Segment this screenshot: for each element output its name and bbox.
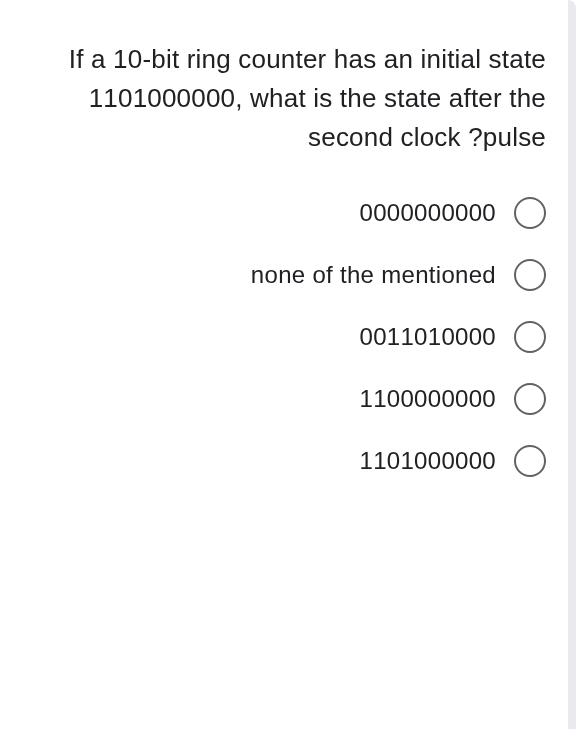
option-label: 0011010000 <box>360 323 496 351</box>
option-row-4[interactable]: 1101000000 <box>10 445 546 477</box>
option-label: 0000000000 <box>360 199 496 227</box>
option-row-2[interactable]: 0011010000 <box>10 321 546 353</box>
option-label: none of the mentioned <box>251 261 496 289</box>
option-row-3[interactable]: 1100000000 <box>10 383 546 415</box>
option-label: 1100000000 <box>360 385 496 413</box>
question-text: If a 10-bit ring counter has an initial … <box>10 40 556 157</box>
option-row-0[interactable]: 0000000000 <box>10 197 546 229</box>
options-container: 0000000000 none of the mentioned 0011010… <box>10 197 556 477</box>
option-row-1[interactable]: none of the mentioned <box>10 259 546 291</box>
radio-icon[interactable] <box>514 197 546 229</box>
radio-icon[interactable] <box>514 383 546 415</box>
card-edge <box>568 0 576 729</box>
radio-icon[interactable] <box>514 445 546 477</box>
radio-icon[interactable] <box>514 259 546 291</box>
question-container: If a 10-bit ring counter has an initial … <box>10 40 556 477</box>
option-label: 1101000000 <box>360 447 496 475</box>
radio-icon[interactable] <box>514 321 546 353</box>
